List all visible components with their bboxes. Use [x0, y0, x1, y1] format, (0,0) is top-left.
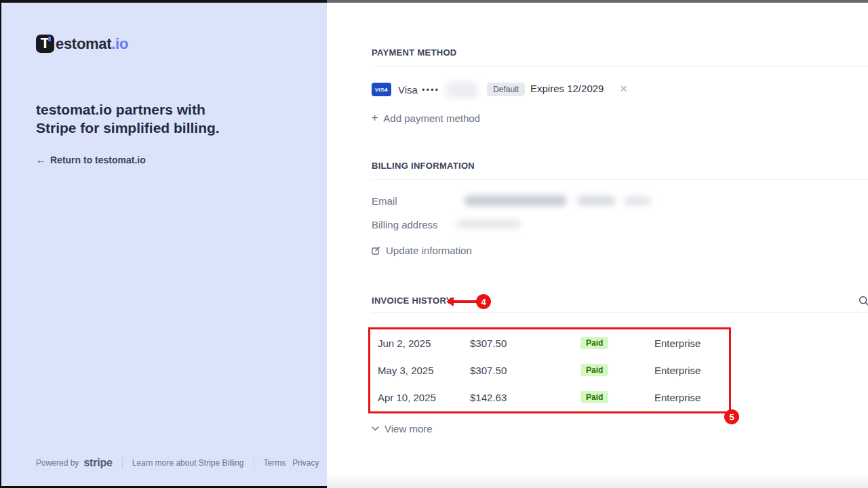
- testomat-logo[interactable]: T estomat.io: [36, 35, 128, 53]
- view-more-label: View more: [384, 423, 433, 434]
- logo-blue-tick: [48, 37, 51, 41]
- invoice-date: Apr 10, 2025: [378, 392, 470, 403]
- footer-divider: [122, 458, 123, 469]
- status-badge: Paid: [580, 391, 608, 403]
- annotation-step-4: 4: [476, 294, 491, 309]
- invoice-plan: Enterprise: [654, 365, 819, 376]
- visa-logo-text: VISA: [375, 87, 388, 93]
- default-badge: Default: [487, 83, 525, 96]
- search-icon[interactable]: [859, 296, 868, 306]
- logo-name: estomat: [56, 35, 111, 52]
- invoice-date: May 3, 2025: [378, 365, 470, 376]
- invoice-row[interactable]: Apr 10, 2025 $142.63 Paid Enterprise: [372, 384, 819, 411]
- invoice-date: Jun 2, 2025: [378, 338, 470, 349]
- logo-suffix: .io: [111, 35, 128, 52]
- invoice-plan: Enterprise: [654, 392, 819, 403]
- billing-info-title: BILLING INFORMATION: [372, 161, 475, 171]
- view-more-button[interactable]: View more: [372, 423, 433, 434]
- invoice-amount: $307.50: [470, 338, 580, 349]
- invoice-row[interactable]: Jun 2, 2025 $307.50 Paid Enterprise: [372, 329, 819, 357]
- sidebar-footer: Powered by stripe Learn more about Strip…: [36, 457, 319, 469]
- section-divider: [372, 312, 868, 313]
- window-top-edge: [0, 0, 868, 3]
- sidebar: T estomat.io testomat.io partners with S…: [0, 0, 327, 488]
- learn-more-link[interactable]: Learn more about Stripe Billing: [132, 458, 244, 468]
- billing-address-label: Billing address: [372, 219, 438, 230]
- add-payment-method-button[interactable]: + Add payment method: [372, 112, 480, 124]
- status-badge: Paid: [580, 337, 608, 349]
- card-last4-redacted: [446, 81, 477, 98]
- plus-icon: +: [372, 112, 378, 124]
- invoice-history-title: INVOICE HISTORY: [372, 296, 452, 306]
- visa-card-icon: VISA: [372, 83, 391, 96]
- powered-by-label: Powered by: [36, 458, 79, 468]
- section-divider: [372, 179, 868, 180]
- card-expiry-label: Expires 12/2029: [530, 83, 604, 94]
- invoice-table: Jun 2, 2025 $307.50 Paid Enterprise May …: [372, 329, 819, 411]
- edit-icon: [372, 246, 380, 255]
- card-masked-dots: ••••: [422, 85, 439, 95]
- email-value-redacted: [462, 194, 639, 207]
- card-brand-label: Visa: [398, 84, 418, 96]
- update-information-label: Update information: [386, 245, 472, 256]
- billing-address-value-redacted: [454, 218, 529, 230]
- stripe-logo[interactable]: stripe: [83, 457, 112, 469]
- email-label: Email: [372, 195, 397, 207]
- remove-card-button[interactable]: ×: [620, 81, 627, 97]
- section-divider: [372, 66, 868, 66]
- privacy-link[interactable]: Privacy: [292, 458, 319, 468]
- billing-portal-content: PAYMENT METHOD VISA Visa •••• Default Ex…: [327, 0, 868, 488]
- add-payment-method-label: Add payment method: [383, 113, 480, 124]
- payment-method-row: VISA Visa •••• Default Expires 12/2029 ×: [372, 81, 860, 98]
- payment-method-title: PAYMENT METHOD: [372, 47, 457, 58]
- invoice-row[interactable]: May 3, 2025 $307.50 Paid Enterprise: [372, 357, 819, 384]
- annotation-step-5: 5: [724, 409, 739, 424]
- invoice-plan: Enterprise: [654, 338, 819, 349]
- terms-link[interactable]: Terms: [264, 458, 286, 468]
- chevron-down-icon: [372, 426, 379, 431]
- invoice-amount: $142.63: [470, 392, 580, 403]
- testomat-logo-icon: T: [36, 35, 54, 53]
- status-badge: Paid: [580, 364, 608, 376]
- window-left-edge: [0, 0, 1, 488]
- return-link[interactable]: ← Return to testomat.io: [36, 154, 146, 165]
- logo-wordmark: estomat.io: [56, 35, 128, 53]
- arrow-left-icon: ←: [36, 154, 46, 165]
- return-link-label: Return to testomat.io: [50, 155, 146, 165]
- invoice-amount: $307.50: [470, 365, 580, 376]
- footer-divider: [254, 458, 254, 469]
- update-information-button[interactable]: Update information: [372, 245, 472, 256]
- partner-heading: testomat.io partners with Stripe for sim…: [36, 100, 239, 137]
